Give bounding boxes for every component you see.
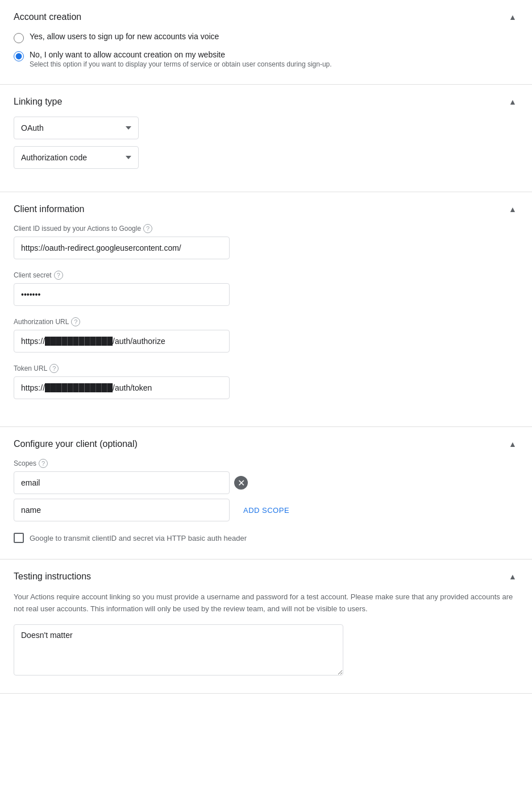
linking-type-section: Linking type ▲ OAuth OpenID Connect Auth… [0, 85, 532, 192]
scope-row-email: ✕ [14, 471, 518, 494]
radio-allow-voice[interactable]: Yes, allow users to sign up for new acco… [14, 32, 518, 43]
configure-client-title: Configure your client (optional) [14, 439, 138, 449]
client-id-help-icon[interactable]: ? [143, 224, 152, 233]
token-url-input[interactable] [14, 376, 230, 399]
radio-website-only-sublabel: Select this option if you want to displa… [30, 60, 332, 68]
linking-type-title: Linking type [14, 97, 62, 107]
auth-url-group: Authorization URL ? [14, 317, 518, 353]
radio-allow-voice-label: Yes, allow users to sign up for new acco… [30, 32, 219, 41]
token-url-help-icon[interactable]: ? [49, 364, 59, 373]
testing-instructions-title: Testing instructions [14, 571, 91, 582]
token-url-label: Token URL ? [14, 364, 518, 373]
radio-website-only[interactable]: No, I only want to allow account creatio… [14, 50, 518, 68]
linking-type-collapse-icon[interactable]: ▲ [507, 96, 518, 107]
account-creation-collapse-icon[interactable]: ▲ [507, 11, 518, 23]
auth-url-label: Authorization URL ? [14, 317, 518, 326]
scope-input-email[interactable] [14, 471, 230, 494]
radio-website-only-input[interactable] [14, 51, 24, 61]
auth-url-display [14, 330, 518, 353]
remove-icon: ✕ [238, 478, 245, 488]
account-creation-header: Account creation ▲ [14, 11, 518, 23]
basic-auth-checkbox-label: Google to transmit clientID and secret v… [30, 534, 247, 542]
auth-url-help-icon[interactable]: ? [71, 317, 80, 326]
configure-client-section: Configure your client (optional) ▲ Scope… [0, 427, 532, 560]
linking-type-header: Linking type ▲ [14, 96, 518, 107]
client-information-collapse-icon[interactable]: ▲ [507, 204, 518, 215]
account-creation-section: Account creation ▲ Yes, allow users to s… [0, 0, 532, 85]
configure-client-collapse-icon[interactable]: ▲ [507, 438, 518, 450]
testing-instructions-header: Testing instructions ▲ [14, 571, 518, 582]
client-information-header: Client information ▲ [14, 204, 518, 215]
radio-allow-voice-input[interactable] [14, 33, 24, 43]
testing-instructions-collapse-icon[interactable]: ▲ [507, 571, 518, 582]
testing-instructions-section: Testing instructions ▲ Your Actions requ… [0, 560, 532, 694]
oauth-type-dropdown-container: OAuth OpenID Connect [14, 117, 518, 139]
add-scope-button[interactable]: ADD SCOPE [234, 502, 298, 519]
remove-scope-email-button[interactable]: ✕ [234, 476, 248, 490]
testing-instructions-description: Your Actions require account linking so … [14, 591, 518, 615]
account-creation-title: Account creation [14, 12, 81, 22]
client-secret-group: Client secret ? [14, 271, 518, 306]
scopes-help-icon[interactable]: ? [39, 459, 48, 468]
client-information-title: Client information [14, 204, 85, 214]
client-id-group: Client ID issued by your Actions to Goog… [14, 224, 518, 259]
radio-website-only-label: No, I only want to allow account creatio… [30, 50, 332, 59]
client-id-label: Client ID issued by your Actions to Goog… [14, 224, 518, 233]
auth-url-input[interactable] [14, 330, 230, 353]
scopes-group: Scopes ? ✕ ADD SCOPE [14, 459, 518, 521]
configure-client-header: Configure your client (optional) ▲ [14, 438, 518, 450]
client-secret-label: Client secret ? [14, 271, 518, 280]
basic-auth-checkbox-row: Google to transmit clientID and secret v… [14, 533, 518, 543]
client-secret-help-icon[interactable]: ? [54, 271, 63, 280]
auth-flow-select[interactable]: Authorization code Implicit [14, 146, 139, 169]
scopes-label: Scopes ? [14, 459, 518, 468]
basic-auth-checkbox[interactable] [14, 533, 24, 543]
token-url-group: Token URL ? [14, 364, 518, 399]
account-creation-radio-group: Yes, allow users to sign up for new acco… [14, 32, 518, 68]
scope-input-name[interactable] [14, 499, 230, 521]
testing-instructions-textarea[interactable] [14, 624, 343, 675]
oauth-type-select[interactable]: OAuth OpenID Connect [14, 117, 139, 139]
client-secret-input[interactable] [14, 283, 230, 306]
scope-row-name: ADD SCOPE [14, 499, 518, 521]
client-id-input[interactable] [14, 237, 230, 259]
client-information-section: Client information ▲ Client ID issued by… [0, 192, 532, 427]
auth-flow-dropdown-container: Authorization code Implicit [14, 146, 518, 169]
